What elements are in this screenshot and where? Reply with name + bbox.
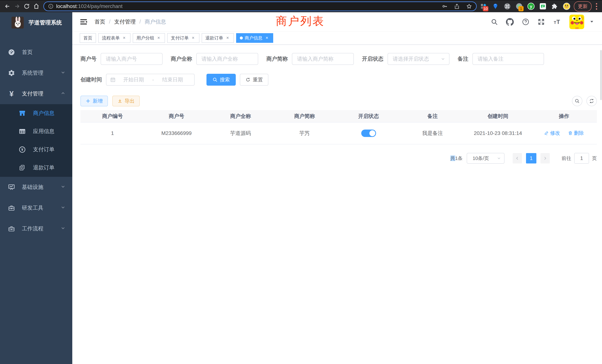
address-bar[interactable]: localhost:1024/pay/merchant: [43, 1, 477, 11]
browser-home-button[interactable]: [32, 1, 41, 11]
tab-process-form[interactable]: 流程表单×: [98, 33, 130, 43]
delete-link[interactable]: 删除: [568, 130, 584, 136]
export-button[interactable]: 导出: [112, 96, 140, 106]
browser-reload-button[interactable]: [22, 1, 32, 11]
chevron-down-icon: [60, 70, 66, 76]
tab-user-group[interactable]: 用户分组×: [133, 33, 165, 43]
filter-label: 商户简称: [266, 55, 288, 63]
export-button-label: 导出: [125, 98, 135, 104]
tab-home[interactable]: 首页: [80, 33, 96, 43]
font-size-icon[interactable]: TT: [553, 18, 561, 26]
reset-button[interactable]: 重置: [240, 74, 268, 86]
sidebar-item-workflow[interactable]: 工作流程: [0, 218, 72, 239]
short-name-input[interactable]: [292, 53, 354, 65]
remark-input[interactable]: [473, 53, 544, 65]
extension-command-icon[interactable]: [503, 2, 511, 10]
extension-yudao-icon[interactable]: y: [527, 2, 535, 10]
tab-refund-order[interactable]: 退款订单×: [202, 33, 234, 43]
tab-label: 支付订单: [171, 35, 189, 41]
browser-forward-button[interactable]: [12, 1, 22, 11]
full-name-input[interactable]: [196, 53, 258, 65]
chevron-down-icon: [60, 225, 66, 232]
help-icon[interactable]: [522, 18, 529, 26]
extension-pin-icon[interactable]: [492, 2, 499, 10]
extensions-puzzle-icon[interactable]: [551, 2, 559, 10]
refresh-table-button[interactable]: [586, 96, 597, 106]
page-number-1[interactable]: 1: [526, 153, 536, 163]
sidebar-item-infrastructure[interactable]: 基础设施: [0, 177, 72, 198]
merchant-no-input[interactable]: [101, 53, 162, 65]
site-info-icon[interactable]: [48, 3, 54, 9]
table-tools: [572, 96, 597, 106]
tab-pay-order[interactable]: 支付订单×: [167, 33, 199, 43]
browser-update-button[interactable]: 更新: [574, 1, 592, 11]
browser-menu-button[interactable]: [594, 2, 599, 10]
extension-recorder-icon[interactable]: 1: [515, 2, 523, 10]
sidebar-item-home[interactable]: 首页: [0, 42, 72, 63]
share-icon[interactable]: [454, 3, 460, 9]
avatar-caret-icon[interactable]: [589, 19, 594, 25]
tab-merchant-info[interactable]: 商户信息×: [236, 33, 273, 43]
tab-label: 流程表单: [102, 35, 120, 41]
col-status: 开启状态: [337, 110, 400, 122]
bookmark-star-icon[interactable]: [466, 3, 472, 9]
next-page-button[interactable]: [540, 153, 550, 163]
sidebar-fold-icon[interactable]: [80, 18, 88, 26]
filter-created-time: 创建时间 开始日期 - 结束日期: [80, 74, 195, 86]
sidebar-item-label: 基础设施: [22, 183, 43, 191]
col-full-name: 商户全称: [208, 110, 272, 122]
github-icon[interactable]: [506, 18, 514, 26]
sidebar-item-system[interactable]: 系统管理: [0, 63, 72, 83]
grid-table-icon: [18, 127, 26, 136]
sidebar-item-app-info[interactable]: 应用信息: [0, 122, 72, 140]
date-range-picker[interactable]: 开始日期 - 结束日期: [106, 74, 195, 86]
breadcrumb-payment[interactable]: 支付管理: [114, 18, 136, 26]
hide-search-button[interactable]: [572, 96, 582, 106]
page-size-select[interactable]: 10条/页: [467, 153, 505, 164]
extension-chat-icon[interactable]: [539, 2, 547, 10]
prev-page-button[interactable]: [513, 153, 522, 163]
tags-view-bar: 首页 流程表单× 用户分组× 支付订单× 退款订单× 商户信息×: [72, 32, 602, 45]
filter-label: 商户全称: [171, 55, 192, 63]
tab-close-icon[interactable]: ×: [264, 35, 269, 41]
sidebar-item-label: 首页: [22, 49, 33, 56]
tab-close-icon[interactable]: ×: [191, 35, 196, 41]
add-button[interactable]: 新增: [80, 96, 108, 106]
sidebar-item-dev-tools[interactable]: 研发工具: [0, 198, 72, 218]
fullscreen-icon[interactable]: [538, 18, 545, 26]
goto-page-input[interactable]: [574, 153, 589, 164]
breadcrumb-home[interactable]: 首页: [95, 18, 105, 26]
svg-text:T: T: [556, 19, 560, 25]
calendar-icon: [110, 77, 116, 83]
search-button[interactable]: 搜索: [206, 74, 236, 86]
tab-close-icon[interactable]: ×: [225, 35, 230, 41]
cell-status: [337, 122, 400, 144]
user-avatar[interactable]: [569, 15, 584, 29]
status-select[interactable]: 请选择开启状态: [387, 53, 450, 65]
browser-profile-avatar[interactable]: [563, 2, 570, 10]
filter-label: 开启状态: [362, 55, 384, 63]
active-tab-dot: [240, 36, 243, 40]
pin-glyph-icon: [492, 3, 499, 10]
password-key-icon[interactable]: [442, 3, 448, 9]
filter-row-1: 商户号 商户全称 商户简称 开启状态 请选择开启状态: [80, 53, 597, 65]
breadcrumb-current: 商户信息: [145, 18, 166, 26]
sidebar-item-merchant-info[interactable]: 商户信息: [0, 104, 72, 122]
search-button-label: 搜索: [220, 76, 230, 83]
tab-close-icon[interactable]: ×: [122, 35, 127, 41]
col-short-name: 商户简称: [272, 110, 336, 122]
sidebar-logo[interactable]: 芋道管理系统: [0, 12, 72, 33]
extension-devtools-icon[interactable]: 10: [480, 2, 487, 10]
window-scrollbar[interactable]: [600, 50, 602, 100]
browser-back-button[interactable]: [3, 1, 12, 11]
sidebar-item-payment[interactable]: ¥ 支付管理: [0, 83, 72, 104]
header-search-icon[interactable]: [491, 18, 498, 25]
tab-close-icon[interactable]: ×: [156, 35, 161, 41]
status-toggle-on[interactable]: [361, 129, 376, 137]
back-arrow-icon: [4, 3, 11, 10]
sidebar-item-refund-order[interactable]: 退款订单: [0, 159, 72, 177]
url-host: localhost: [56, 3, 77, 9]
page-content: 商户号 商户全称 商户简称 开启状态 请选择开启状态: [72, 45, 602, 164]
edit-link[interactable]: 修改: [544, 130, 560, 136]
sidebar-item-pay-order[interactable]: ¥ 支付订单: [0, 140, 72, 159]
